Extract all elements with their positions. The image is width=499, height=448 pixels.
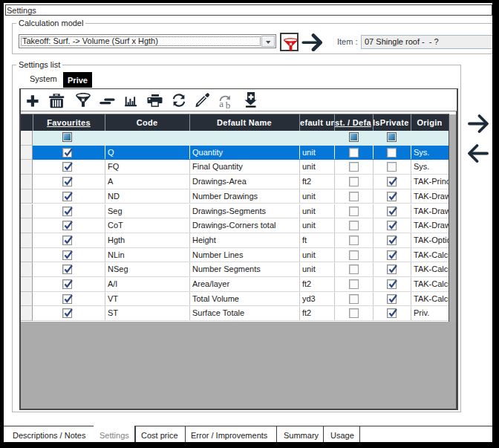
svg-text:b: b — [225, 100, 230, 109]
svg-text:a: a — [219, 98, 224, 108]
